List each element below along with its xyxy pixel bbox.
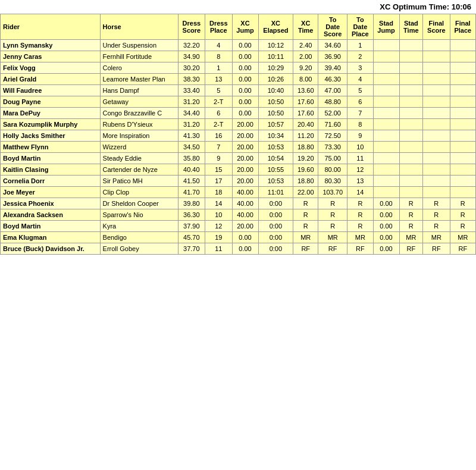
cell-horse: Dr Sheldon Cooper bbox=[100, 198, 178, 209]
table-row: Boyd MartinKyra37.901220.000:00RRR0.00RR… bbox=[1, 221, 476, 232]
cell-dress-score: 41.50 bbox=[178, 176, 205, 187]
cell-to-date-place: R bbox=[347, 209, 373, 221]
cell-rider: Doug Payne bbox=[1, 96, 101, 108]
table-row: Holly Jacks SmitherMore Inspiration41.30… bbox=[1, 130, 476, 142]
cell-rider: Joe Meyer bbox=[1, 187, 101, 198]
cell-xc-time: 17.60 bbox=[293, 108, 318, 119]
cell-xc-time: 2.40 bbox=[293, 40, 318, 51]
cell-xc-jump: 40.00 bbox=[232, 198, 258, 209]
cell-final-place bbox=[450, 85, 475, 96]
cell-dress-place: 9 bbox=[205, 153, 232, 164]
header-final-score: FinalScore bbox=[423, 14, 450, 40]
cell-to-date-place: 12 bbox=[347, 164, 373, 176]
header-to-date-place: ToDatePlace bbox=[347, 14, 373, 40]
cell-to-date-score: 80.30 bbox=[318, 176, 347, 187]
cell-stad-time: R bbox=[399, 198, 423, 209]
cell-final-place bbox=[450, 153, 475, 164]
cell-xc-jump: 40.00 bbox=[232, 187, 258, 198]
cell-xc-time: R bbox=[293, 209, 318, 221]
cell-to-date-score: 47.00 bbox=[318, 85, 347, 96]
cell-horse: Kyra bbox=[100, 221, 178, 232]
cell-stad-jump bbox=[373, 164, 399, 176]
table-row: Doug PayneGetaway31.202-T0.0010:5017.604… bbox=[1, 96, 476, 108]
cell-dress-place: 7 bbox=[205, 142, 232, 153]
cell-to-date-score: 80.00 bbox=[318, 164, 347, 176]
cell-stad-jump bbox=[373, 96, 399, 108]
cell-to-date-score: 72.50 bbox=[318, 130, 347, 142]
cell-stad-jump bbox=[373, 119, 399, 130]
cell-xc-elapsed: 10:57 bbox=[258, 119, 293, 130]
cell-final-score bbox=[423, 176, 450, 187]
cell-horse: Getaway bbox=[100, 96, 178, 108]
cell-to-date-place: 10 bbox=[347, 142, 373, 153]
cell-xc-time: 17.60 bbox=[293, 96, 318, 108]
table-row: Jenny CarasFernhill Fortitude34.9080.001… bbox=[1, 51, 476, 62]
cell-rider: Jenny Caras bbox=[1, 51, 101, 62]
cell-dress-score: 34.40 bbox=[178, 108, 205, 119]
cell-xc-time: 18.80 bbox=[293, 142, 318, 153]
cell-to-date-score: 75.00 bbox=[318, 153, 347, 164]
table-row: Boyd MartinSteady Eddie35.80920.0010:541… bbox=[1, 153, 476, 164]
cell-final-place bbox=[450, 187, 475, 198]
table-row: Felix VoggColero30.2010.0010:299.2039.40… bbox=[1, 62, 476, 74]
cell-rider: Boyd Martin bbox=[1, 153, 101, 164]
cell-stad-jump bbox=[373, 187, 399, 198]
cell-horse: More Inspiration bbox=[100, 130, 178, 142]
cell-horse: Cartender de Nyze bbox=[100, 164, 178, 176]
table-row: Jessica PhoenixDr Sheldon Cooper39.80144… bbox=[1, 198, 476, 209]
header-stad-jump: StadJump bbox=[373, 14, 399, 40]
cell-to-date-place: 1 bbox=[347, 40, 373, 51]
cell-dress-place: 17 bbox=[205, 176, 232, 187]
cell-dress-score: 36.30 bbox=[178, 209, 205, 221]
cell-horse: Leamore Master Plan bbox=[100, 74, 178, 85]
cell-stad-time bbox=[399, 187, 423, 198]
cell-xc-jump: 20.00 bbox=[232, 221, 258, 232]
cell-final-score: R bbox=[423, 221, 450, 232]
cell-final-score: R bbox=[423, 198, 450, 209]
cell-rider: Bruce (Buck) Davidson Jr. bbox=[1, 243, 101, 255]
cell-rider: Sara Kozumplik Murphy bbox=[1, 119, 101, 130]
cell-xc-elapsed: 10:40 bbox=[258, 85, 293, 96]
table-row: Joe MeyerClip Clop41.701840.0011:0122.00… bbox=[1, 187, 476, 198]
cell-rider: Ariel Grald bbox=[1, 74, 101, 85]
cell-rider: Felix Vogg bbox=[1, 62, 101, 74]
cell-xc-time: RF bbox=[293, 243, 318, 255]
header-xc-time: XCTime bbox=[293, 14, 318, 40]
cell-final-score bbox=[423, 62, 450, 74]
cell-dress-place: 10 bbox=[205, 209, 232, 221]
cell-stad-time bbox=[399, 164, 423, 176]
cell-final-place bbox=[450, 164, 475, 176]
cell-horse: Rubens D'Ysieux bbox=[100, 119, 178, 130]
cell-rider: Will Faudree bbox=[1, 85, 101, 96]
table-row: Will FaudreeHans Dampf33.4050.0010:4013.… bbox=[1, 85, 476, 96]
cell-rider: Ema Klugman bbox=[1, 232, 101, 243]
cell-rider: Boyd Martin bbox=[1, 221, 101, 232]
table-row: Bruce (Buck) Davidson Jr.Erroll Gobey37.… bbox=[1, 243, 476, 255]
cell-to-date-score: 103.70 bbox=[318, 187, 347, 198]
cell-xc-time: 8.00 bbox=[293, 74, 318, 85]
cell-final-place: R bbox=[450, 209, 475, 221]
cell-final-place bbox=[450, 108, 475, 119]
cell-dress-score: 31.20 bbox=[178, 119, 205, 130]
cell-xc-jump: 0.00 bbox=[232, 51, 258, 62]
cell-dress-place: 18 bbox=[205, 187, 232, 198]
cell-xc-time: MR bbox=[293, 232, 318, 243]
cell-final-place bbox=[450, 142, 475, 153]
cell-to-date-place: R bbox=[347, 221, 373, 232]
cell-stad-jump bbox=[373, 108, 399, 119]
cell-xc-elapsed: 10:29 bbox=[258, 62, 293, 74]
cell-stad-time bbox=[399, 153, 423, 164]
cell-xc-elapsed: 0:00 bbox=[258, 232, 293, 243]
cell-dress-score: 40.40 bbox=[178, 164, 205, 176]
table-row: Sara Kozumplik MurphyRubens D'Ysieux31.2… bbox=[1, 119, 476, 130]
cell-final-place bbox=[450, 74, 475, 85]
cell-to-date-score: 48.80 bbox=[318, 96, 347, 108]
cell-xc-jump: 0.00 bbox=[232, 74, 258, 85]
header-horse: Horse bbox=[100, 14, 178, 40]
cell-horse: Congo Brazzaville C bbox=[100, 108, 178, 119]
cell-stad-time bbox=[399, 142, 423, 153]
cell-stad-time bbox=[399, 74, 423, 85]
cell-to-date-place: 3 bbox=[347, 62, 373, 74]
cell-to-date-score: 73.30 bbox=[318, 142, 347, 153]
cell-xc-elapsed: 0:00 bbox=[258, 221, 293, 232]
